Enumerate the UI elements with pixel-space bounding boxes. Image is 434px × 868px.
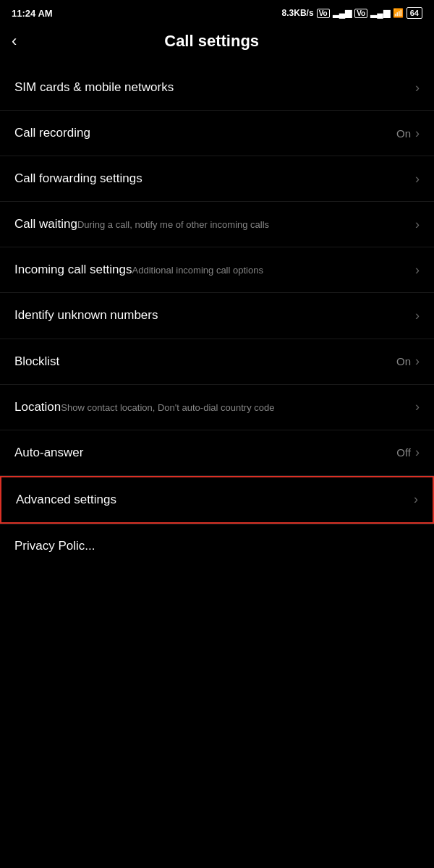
battery-icon: 64 (407, 7, 422, 19)
bottom-partial-title: Privacy Polic... (14, 539, 95, 553)
menu-item-call-recording[interactable]: Call recordingOn› (0, 111, 434, 156)
time: 11:24 AM (12, 8, 53, 19)
chevron-icon-call-forwarding: › (415, 171, 420, 187)
header: ‹ Call settings (0, 23, 434, 65)
chevron-icon-auto-answer: › (415, 445, 420, 460)
menu-item-subtitle-incoming-call: Additional incoming call options (132, 265, 263, 276)
menu-item-title-auto-answer: Auto-answer (14, 446, 83, 459)
signal-icon-2: ▂▄▆ (370, 8, 390, 18)
menu-item-title-call-forwarding: Call forwarding settings (14, 171, 142, 185)
menu-item-title-incoming-call: Incoming call settings (14, 263, 132, 276)
menu-item-title-advanced-settings: Advanced settings (16, 493, 116, 506)
menu-status-call-recording: On (396, 127, 411, 140)
menu-item-title-sim-cards: SIM cards & mobile networks (14, 80, 174, 94)
menu-item-subtitle-call-waiting: During a call, notify me of other incomi… (77, 219, 269, 230)
menu-item-call-forwarding[interactable]: Call forwarding settings› (0, 156, 434, 202)
menu-item-sim-cards[interactable]: SIM cards & mobile networks› (0, 65, 434, 111)
menu-item-title-blocklist: Blocklist (14, 354, 59, 368)
menu-item-auto-answer[interactable]: Auto-answerOff› (0, 430, 434, 476)
menu-item-incoming-call[interactable]: Incoming call settingsAdditional incomin… (0, 247, 434, 293)
lte-icon: Vo (317, 9, 330, 18)
menu-item-title-location: Location (14, 400, 61, 414)
lte-icon-2: Vo (354, 9, 367, 18)
menu-status-auto-answer: Off (396, 446, 411, 459)
menu-item-blocklist[interactable]: BlocklistOn› (0, 339, 434, 385)
chevron-icon-call-waiting: › (415, 217, 420, 232)
chevron-icon-blocklist: › (415, 354, 420, 369)
chevron-icon-advanced-settings: › (414, 492, 418, 507)
status-right: 8.3KB/s Vo ▂▄▆ Vo ▂▄▆ 📶 64 (282, 7, 422, 19)
network-speed: 8.3KB/s (282, 8, 314, 18)
menu-item-subtitle-location: Show contact location, Don't auto-dial c… (61, 402, 274, 413)
wifi-icon: 📶 (393, 8, 404, 18)
chevron-icon-location: › (415, 399, 420, 414)
chevron-icon-identify-unknown: › (415, 308, 420, 323)
chevron-icon-call-recording: › (415, 126, 420, 141)
page-title: Call settings (28, 32, 395, 51)
chevron-icon-sim-cards: › (415, 80, 420, 95)
menu-item-title-call-recording: Call recording (14, 126, 90, 140)
menu-item-title-identify-unknown: Identify unknown numbers (14, 308, 158, 322)
menu-list: SIM cards & mobile networks›Call recordi… (0, 65, 434, 524)
menu-item-advanced-settings[interactable]: Advanced settings› (0, 476, 434, 524)
chevron-icon-incoming-call: › (415, 263, 420, 278)
menu-item-identify-unknown[interactable]: Identify unknown numbers› (0, 293, 434, 339)
signal-icon-1: ▂▄▆ (333, 8, 352, 18)
status-bar: 11:24 AM 8.3KB/s Vo ▂▄▆ Vo ▂▄▆ 📶 64 (0, 0, 434, 23)
menu-item-location[interactable]: LocationShow contact location, Don't aut… (0, 385, 434, 430)
bottom-partial-item[interactable]: Privacy Polic... (0, 524, 434, 561)
menu-item-title-call-waiting: Call waiting (14, 217, 77, 231)
menu-item-call-waiting[interactable]: Call waitingDuring a call, notify me of … (0, 202, 434, 247)
back-button[interactable]: ‹ (12, 33, 17, 49)
menu-status-blocklist: On (396, 355, 411, 367)
